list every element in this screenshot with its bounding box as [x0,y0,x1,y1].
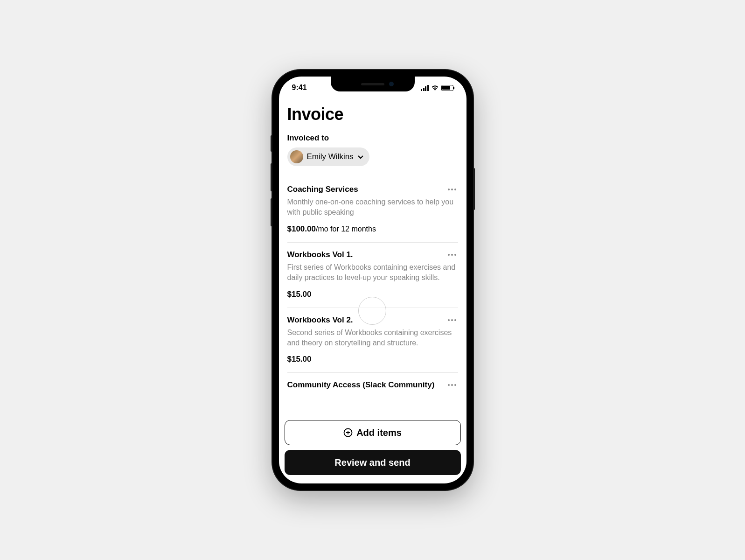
item-price-suffix: /mo for 12 months [316,225,376,233]
phone-mute-switch [271,135,272,152]
item-more-button[interactable] [446,187,458,192]
item-title: Community Access (Slack Community) [287,380,435,390]
battery-icon [441,85,453,91]
bottom-actions: Add items Review and send [285,415,461,475]
invoice-item: Coaching Services Monthly one-on-one coa… [287,185,458,243]
recipient-name: Emily Wilkins [307,152,354,161]
status-time: 9:41 [292,84,307,92]
chevron-down-icon [357,154,364,160]
page-content: Invoice Invoiced to Emily Wilkins Coachi… [279,99,466,483]
item-description: Second series of Workbooks containing ex… [287,328,458,349]
item-price: $15.00 [287,355,312,364]
phone-volume-down [271,198,272,226]
item-price: $15.00 [287,290,312,299]
avatar [290,150,303,163]
item-more-button[interactable] [446,317,458,323]
wifi-icon [431,85,439,91]
review-send-button[interactable]: Review and send [285,450,461,475]
invoice-item: Workbooks Vol 1. First series of Workboo… [287,243,458,308]
item-title: Workbooks Vol 2. [287,315,353,325]
item-price-row: $15.00 [287,355,458,364]
review-send-label: Review and send [334,457,410,468]
add-items-button[interactable]: Add items [285,420,461,445]
plus-circle-icon [343,428,353,437]
phone-volume-up [271,163,272,191]
invoice-items-list: Coaching Services Monthly one-on-one coa… [287,185,458,401]
invoice-item: Workbooks Vol 2. Second series of Workbo… [287,308,458,373]
add-items-label: Add items [356,427,402,438]
signal-icon [421,85,429,91]
phone-screen: 9:41 Invoice Invoiced to Emily Wilkins [279,77,466,483]
item-more-button[interactable] [446,252,458,258]
item-more-button[interactable] [446,382,458,388]
recipient-selector[interactable]: Emily Wilkins [287,147,369,166]
phone-notch [331,77,415,91]
item-price-row: $15.00 [287,290,458,299]
phone-device-frame: 9:41 Invoice Invoiced to Emily Wilkins [272,70,473,490]
item-description: First series of Workbooks containing exe… [287,262,458,283]
phone-power-button [473,168,475,210]
page-title: Invoice [287,105,458,124]
invoiced-to-label: Invoiced to [287,133,458,143]
status-indicators [421,85,453,91]
invoice-item: Community Access (Slack Community) [287,373,458,401]
item-price: $100.00 [287,224,316,233]
item-price-row: $100.00/mo for 12 months [287,224,458,234]
item-description: Monthly one-on-one coaching services to … [287,197,458,218]
item-title: Workbooks Vol 1. [287,250,353,259]
item-title: Coaching Services [287,185,358,194]
